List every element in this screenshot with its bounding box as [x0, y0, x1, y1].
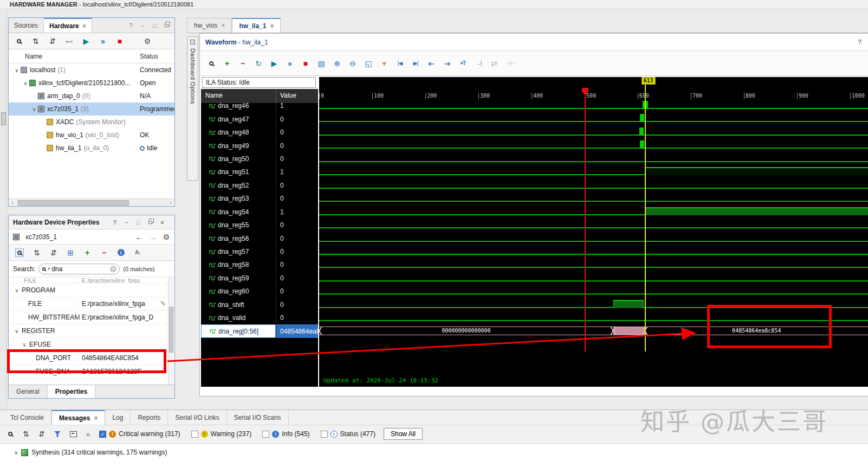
dashboard-options-strip[interactable]: Dashboard Options — [187, 36, 198, 181]
signal-row-dna-reg57[interactable]: dna_reg570 — [201, 245, 318, 258]
add-probe-icon[interactable]: +T — [459, 59, 467, 68]
minimize-icon[interactable]: – — [139, 22, 146, 29]
settings-icon[interactable]: ⚙ — [144, 37, 151, 46]
tree-node-xc7z035-1[interactable]: ∨xc7z035_1(3)Programmed — [9, 103, 174, 116]
signal-name-cell[interactable]: dna_reg51 — [201, 165, 276, 178]
expander-icon[interactable]: ∨ — [13, 328, 21, 334]
dock-handle-icon[interactable] — [1, 112, 6, 125]
run-icon[interactable]: ▶ — [270, 59, 278, 68]
run-all-icon[interactable]: » — [286, 59, 294, 68]
maximize-icon[interactable]: □ — [151, 22, 158, 29]
run-icon[interactable]: ▶ — [82, 37, 90, 46]
tab-tcl-console[interactable]: Tcl Console — [3, 410, 51, 425]
float-icon[interactable] — [163, 22, 170, 29]
column-value[interactable]: Value — [280, 92, 296, 99]
go-end-icon[interactable]: ▶| — [412, 59, 419, 68]
search-value[interactable]: dna — [51, 265, 108, 273]
signal-row-dna-reg54[interactable]: dna_reg541 — [201, 206, 318, 219]
signal-row-dna-reg60[interactable]: dna_reg600 — [201, 285, 318, 298]
signal-name-cell[interactable]: dna_reg48 — [201, 126, 276, 139]
scroll-thumb[interactable] — [169, 307, 173, 352]
overflow-icon[interactable]: » — [86, 430, 90, 438]
expander-icon[interactable]: › — [203, 328, 208, 335]
next-transition-icon[interactable]: ⇥ — [443, 59, 451, 68]
signal-row-dna-reg50[interactable]: dna_reg500 — [201, 152, 318, 165]
back-icon[interactable]: ← — [135, 233, 143, 241]
column-status[interactable]: Status — [140, 53, 158, 60]
collapse-all-icon[interactable]: ⇅ — [22, 430, 30, 438]
collapse-all-icon[interactable]: ⇅ — [33, 248, 41, 257]
signal-name-cell[interactable]: dna_reg46 — [201, 103, 276, 112]
help-icon[interactable]: ? — [111, 219, 118, 226]
signal-value-cell[interactable]: 0 — [276, 298, 318, 311]
expander-icon[interactable]: ∨ — [14, 450, 18, 456]
settings-icon[interactable]: ⚙ — [163, 233, 170, 241]
signal-name-cell[interactable]: dna_reg50 — [201, 152, 276, 165]
add-icon[interactable]: + — [223, 59, 231, 68]
search-input[interactable]: ▾ dna × — [38, 264, 120, 274]
forward-icon[interactable]: → — [149, 233, 157, 241]
sort-icon[interactable]: A↓ — [134, 248, 141, 257]
signal-row-dna-valid[interactable]: dna_valid0 — [201, 311, 318, 324]
help-icon[interactable]: ? — [127, 22, 134, 29]
zoom-in-icon[interactable]: ⊕ — [333, 59, 341, 68]
column-name[interactable]: Name — [25, 53, 42, 60]
checkbox[interactable] — [262, 431, 269, 438]
properties-vscrollbar[interactable] — [168, 277, 174, 385]
signal-value-cell[interactable]: 0 — [276, 112, 318, 125]
cursor-marker[interactable] — [645, 84, 646, 351]
goto-time-icon[interactable]: →| — [475, 59, 482, 68]
signal-name-cell[interactable]: dna_reg52 — [201, 179, 276, 192]
tree-node-hw-ila-1[interactable]: hw_ila_1(u_ila_0)Idle — [9, 142, 174, 155]
maximize-icon[interactable]: □ — [135, 219, 142, 226]
signal-name-cell[interactable]: dna_reg60 — [201, 285, 276, 298]
expand-all-icon[interactable]: ⇵ — [49, 37, 56, 46]
checkbox[interactable] — [321, 431, 328, 438]
signal-row-dna-reg53[interactable]: dna_reg530 — [201, 192, 318, 205]
signal-name-cell[interactable]: dna_reg55 — [201, 219, 276, 232]
remove-icon[interactable]: − — [239, 59, 247, 68]
signal-row-dna-reg55[interactable]: dna_reg550 — [201, 219, 318, 232]
export-icon[interactable]: ▤ — [318, 59, 325, 68]
signal-row-dna-reg48[interactable]: dna_reg480 — [201, 126, 318, 139]
filter-icon[interactable] — [54, 430, 61, 438]
column-name[interactable]: Name — [205, 92, 223, 99]
expand-all-icon[interactable]: ⇵ — [38, 430, 46, 438]
tab-messages[interactable]: Messages× — [51, 410, 105, 425]
tree-node-hw-vio-1[interactable]: hw_vio_1(vio_0_inst)OK — [9, 129, 174, 142]
hardware-hscrollbar[interactable]: ‹› — [9, 199, 174, 206]
stop-icon[interactable]: ■ — [302, 59, 309, 68]
tab-properties[interactable]: Properties — [48, 385, 95, 398]
track-icon[interactable]: ⊞ — [67, 248, 74, 257]
signal-value-cell[interactable]: 0 — [276, 311, 318, 324]
zoom-cursor-icon[interactable]: + — [380, 59, 388, 68]
expand-all-icon[interactable]: ⇵ — [50, 248, 57, 257]
tab-hw-ila-1[interactable]: hw_ila_1× — [232, 18, 281, 33]
signal-name-cell[interactable]: dna_shift — [201, 298, 276, 311]
tab-log[interactable]: Log — [105, 410, 131, 425]
expander-icon[interactable]: ∨ — [13, 67, 21, 73]
section-register[interactable]: ∨REGISTER — [9, 324, 168, 338]
tab-serial-i-o-scans[interactable]: Serial I/O Scans — [227, 410, 289, 425]
signal-value-cell[interactable]: 0 — [276, 139, 318, 152]
filter-status-477[interactable]: iStatus (477) — [321, 430, 375, 438]
search-icon[interactable] — [15, 37, 23, 46]
signal-value-cell[interactable]: 0 — [276, 219, 318, 232]
signal-value-cell[interactable]: 0 — [276, 179, 318, 192]
clear-search-icon[interactable]: × — [110, 266, 116, 272]
checkbox[interactable]: ✓ — [99, 431, 106, 438]
close-icon[interactable]: × — [221, 22, 225, 29]
search-icon[interactable] — [7, 430, 14, 438]
filter-critical-warning-317[interactable]: ✓!Critical warning (317) — [99, 430, 180, 438]
expander-icon[interactable]: ∨ — [22, 80, 29, 86]
program-icon[interactable]: ■ — [116, 37, 124, 46]
edit-icon[interactable]: ✎ — [160, 300, 166, 308]
prop-hw-bitstream[interactable]: HW_BITSTREAME:/practise/xilinx_fpga_D — [9, 311, 168, 324]
zoom-fit-icon[interactable]: ◱ — [365, 59, 372, 68]
close-icon[interactable]: × — [159, 219, 166, 226]
signal-value-cell[interactable]: 04854864ea8c854 — [276, 324, 318, 337]
signal-value-cell[interactable]: 1 — [276, 103, 318, 112]
signal-name-cell[interactable]: dna_reg59 — [201, 272, 276, 285]
signal-name-cell[interactable]: dna_reg56 — [201, 232, 276, 245]
signal-value-cell[interactable]: 0 — [276, 152, 318, 165]
